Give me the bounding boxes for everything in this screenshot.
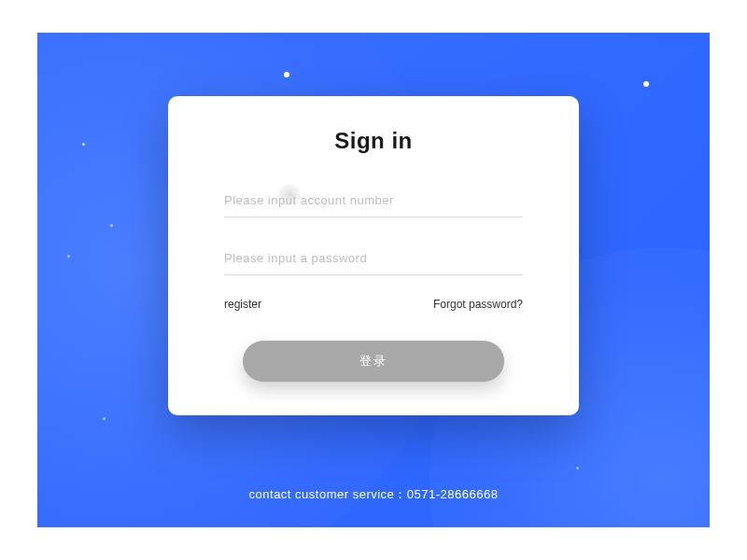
decorative-dot [103,417,106,420]
password-input[interactable] [224,245,523,275]
decorative-dot [643,81,649,87]
decorative-dot [284,72,289,77]
decorative-dot [82,143,85,146]
login-stage: Sign in register Forgot password? 登录 con… [37,33,710,527]
page-title: Sign in [224,128,523,154]
register-link[interactable]: register [224,298,261,311]
password-input-wrap [224,245,523,275]
decorative-dot [67,255,70,258]
account-input[interactable] [224,188,523,217]
decorative-dot [576,467,579,469]
forgot-password-link[interactable]: Forgot password? [433,298,523,311]
account-input-wrap [224,188,523,217]
decorative-dot [110,224,113,227]
links-row: register Forgot password? [224,298,523,311]
footer-contact: contact customer service：0571-28666668 [37,486,710,503]
login-button[interactable]: 登录 [243,341,504,382]
signin-card: Sign in register Forgot password? 登录 [168,96,579,415]
